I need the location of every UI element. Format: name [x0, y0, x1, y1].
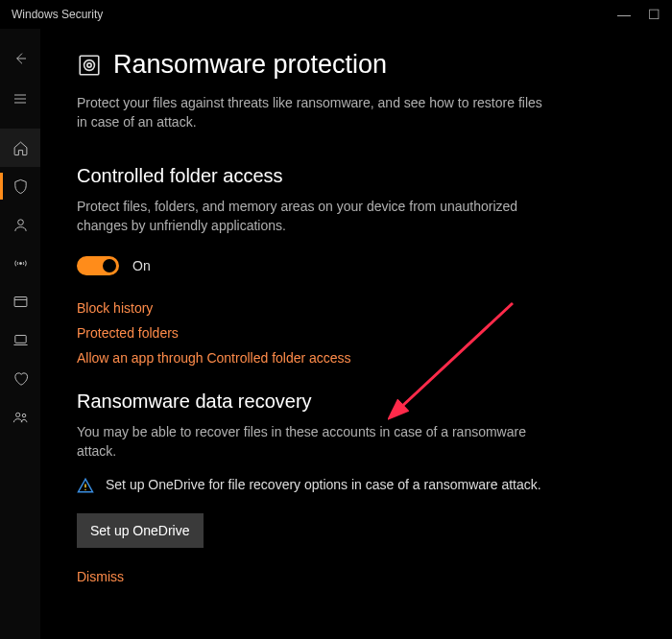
sidebar-item-device-performance[interactable]: [0, 359, 40, 397]
sidebar-item-home[interactable]: [0, 129, 40, 167]
sidebar-item-device-security[interactable]: [0, 320, 40, 359]
heart-icon: [12, 370, 29, 387]
person-icon: [12, 217, 29, 233]
menu-button[interactable]: [0, 79, 40, 119]
onedrive-message: Set up OneDrive for file recovery option…: [106, 475, 541, 494]
sidebar-item-virus[interactable]: [0, 167, 40, 205]
controlled-description: Protect files, folders, and memory areas…: [77, 197, 557, 236]
svg-point-5: [22, 414, 26, 417]
maximize-button[interactable]: ☐: [648, 8, 660, 21]
svg-rect-6: [80, 56, 99, 75]
block-history-link[interactable]: Block history: [77, 300, 634, 316]
svg-point-4: [15, 413, 19, 416]
ransomware-icon: [77, 53, 102, 78]
main-content: Ransomware protection Protect your files…: [40, 29, 672, 639]
sidebar-item-family[interactable]: [0, 397, 40, 436]
onedrive-warning-row: Set up OneDrive for file recovery option…: [77, 475, 595, 494]
arrow-left-icon: [12, 51, 28, 66]
svg-point-8: [87, 62, 91, 66]
svg-point-9: [84, 489, 86, 491]
window-icon: [12, 294, 29, 310]
broadcast-icon: [12, 255, 29, 272]
page-title: Ransomware protection: [113, 50, 387, 80]
window-titlebar: Windows Security — ☐: [0, 0, 672, 29]
sidebar: [0, 29, 40, 639]
dismiss-link[interactable]: Dismiss: [77, 569, 124, 584]
window-controls: — ☐: [617, 8, 660, 21]
allow-app-link[interactable]: Allow an app through Controlled folder a…: [77, 350, 634, 366]
minimize-button[interactable]: —: [617, 8, 631, 21]
hamburger-icon: [12, 91, 28, 106]
shield-icon: [12, 178, 29, 195]
svg-point-0: [17, 219, 23, 225]
warning-icon: [77, 477, 94, 494]
recovery-description: You may be able to recover files in thes…: [77, 422, 557, 462]
sidebar-item-account[interactable]: [0, 205, 40, 244]
home-icon: [12, 140, 29, 156]
protected-folders-link[interactable]: Protected folders: [77, 325, 634, 341]
svg-rect-3: [14, 335, 25, 343]
recovery-heading: Ransomware data recovery: [77, 390, 634, 413]
svg-rect-2: [14, 296, 27, 306]
controlled-toggle[interactable]: [77, 256, 119, 275]
sidebar-item-firewall[interactable]: [0, 244, 40, 282]
controlled-heading: Controlled folder access: [77, 165, 634, 187]
page-header: Ransomware protection: [77, 50, 634, 80]
setup-onedrive-button[interactable]: Set up OneDrive: [77, 513, 204, 548]
people-icon: [12, 409, 29, 425]
back-button[interactable]: [0, 38, 40, 79]
toggle-state-label: On: [132, 258, 151, 273]
page-description: Protect your files against threats like …: [77, 93, 547, 132]
svg-point-1: [19, 262, 21, 264]
svg-point-7: [84, 59, 95, 70]
window-title: Windows Security: [12, 8, 103, 21]
sidebar-item-app-browser[interactable]: [0, 282, 40, 320]
laptop-icon: [12, 332, 29, 348]
